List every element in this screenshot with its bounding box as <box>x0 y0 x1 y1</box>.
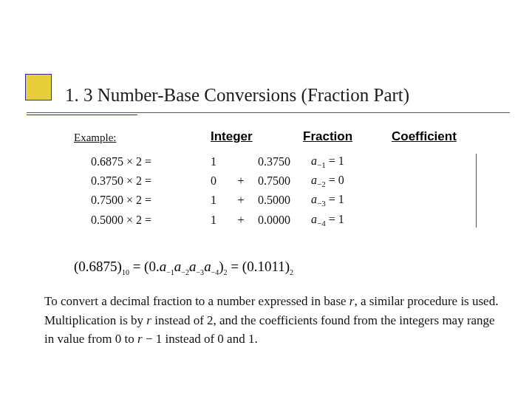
column-header-coefficient: Coefficient <box>392 129 457 144</box>
explanation-paragraph: To convert a decimal fraction to a numbe… <box>44 292 502 349</box>
result-equation: (0.6875)10 = (0.a−1a−2a−3a−4)2 = (0.1011… <box>74 259 293 276</box>
int-cell: 1 <box>199 153 228 171</box>
page-title: 1. 3 Number-Base Conversions (Fraction P… <box>65 85 517 106</box>
title-underline <box>27 112 510 113</box>
table-row: 0.7500 × 2 = 1 + 0.5000 a−3 = 1 <box>86 191 349 209</box>
title-wrap: 1. 3 Number-Base Conversions (Fraction P… <box>65 85 517 106</box>
mult-cell: 0.6875 × 2 = <box>86 153 197 171</box>
column-header-integer: Integer <box>211 129 253 144</box>
title-underline-accent <box>27 115 137 115</box>
frac-cell: 0.3750 <box>253 153 305 171</box>
plus-cell <box>230 153 252 171</box>
column-header-fraction: Fraction <box>303 129 352 144</box>
example-label: Example: <box>74 132 116 144</box>
conversion-table: 0.6875 × 2 = 1 0.3750 a−1 = 1 0.3750 × 2… <box>85 151 350 231</box>
table-row: 0.3750 × 2 = 0 + 0.7500 a−2 = 0 <box>86 172 349 190</box>
slide-bullet-square <box>25 74 52 100</box>
coefficient-arrow-line <box>476 154 477 228</box>
coef-cell: a−1 = 1 <box>307 153 349 171</box>
table-row: 0.6875 × 2 = 1 0.3750 a−1 = 1 <box>86 153 349 171</box>
table-row: 0.5000 × 2 = 1 + 0.0000 a−4 = 1 <box>86 211 349 229</box>
